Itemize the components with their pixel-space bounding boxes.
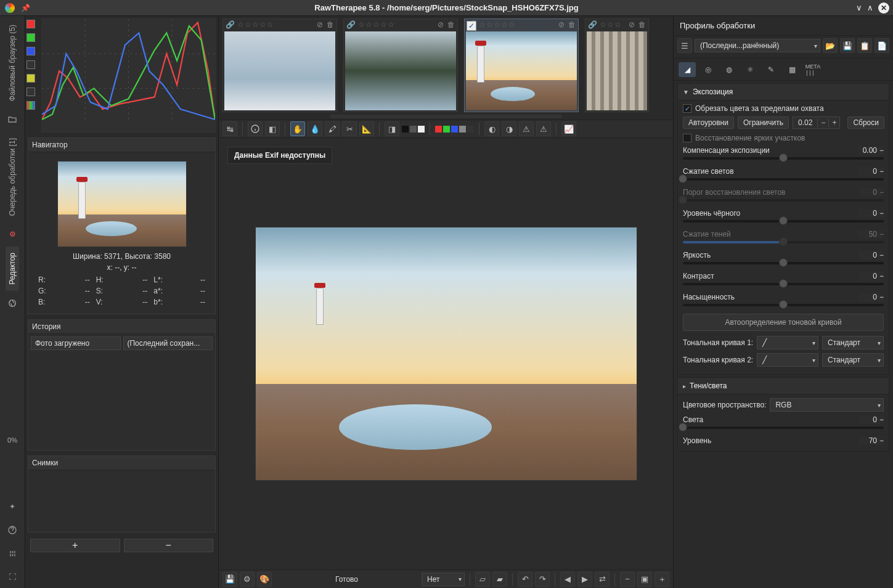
tab-queue[interactable]: Очередь обработки [1] bbox=[6, 132, 19, 222]
bg-black[interactable] bbox=[402, 126, 409, 133]
help-icon[interactable] bbox=[5, 523, 20, 537]
folder-icon[interactable] bbox=[5, 112, 20, 127]
profile-save-icon[interactable]: 💾 bbox=[840, 38, 855, 53]
sh-hl-slider[interactable]: Света0− bbox=[683, 415, 884, 429]
swatch-chroma[interactable] bbox=[27, 74, 35, 83]
preview-bg-icon[interactable]: ◨ bbox=[385, 121, 399, 136]
hl-comp-slider[interactable]: Сжатие светов0− bbox=[683, 167, 884, 181]
trash-icon[interactable]: 🗑 bbox=[327, 20, 334, 29]
tab-raw-icon[interactable]: ▦ bbox=[783, 62, 801, 77]
clip-shadow-icon[interactable]: ◐ bbox=[484, 121, 499, 136]
settings-icon[interactable]: 𝍖 bbox=[5, 546, 20, 561]
saturation-slider[interactable]: Насыщенность0− bbox=[683, 293, 884, 306]
fullscreen-icon[interactable]: ⛶ bbox=[5, 570, 20, 584]
nav-right-icon[interactable]: ▶ bbox=[577, 572, 592, 587]
crop-tool-icon[interactable]: ✂ bbox=[342, 121, 357, 136]
sh-level-slider[interactable]: Уровень70− bbox=[683, 436, 884, 445]
exposure-header[interactable]: ▼Экспозиция bbox=[677, 83, 889, 100]
ch-red[interactable] bbox=[435, 126, 442, 133]
tab-detail-icon[interactable]: ◎ bbox=[699, 62, 717, 77]
exp-comp-slider[interactable]: Компенсация экспозиции0.00− bbox=[683, 146, 884, 160]
profile-combo[interactable]: (Последни...ранённый) bbox=[695, 39, 820, 52]
colorspace-combo[interactable]: RGB bbox=[770, 398, 884, 412]
tab-transform-icon[interactable]: ✎ bbox=[762, 62, 780, 77]
zoom-out-icon[interactable]: − bbox=[620, 572, 635, 587]
stop-icon[interactable]: ⊘ bbox=[558, 20, 565, 29]
pin-icon[interactable]: 📌 bbox=[21, 4, 30, 12]
swatch-raw[interactable] bbox=[27, 88, 35, 96]
tc1-curve-combo[interactable]: ╱ bbox=[757, 336, 818, 349]
zoom-fit-icon[interactable]: ▣ bbox=[637, 572, 652, 587]
navigator-thumbnail[interactable] bbox=[57, 161, 187, 247]
rotate-fg-icon[interactable]: ▰ bbox=[492, 572, 507, 587]
bg-white[interactable] bbox=[418, 126, 425, 133]
swatch-green[interactable] bbox=[27, 33, 35, 42]
picker-icon[interactable]: 💧 bbox=[308, 121, 322, 136]
filmstrip-scrollbar[interactable] bbox=[330, 115, 562, 118]
black-slider[interactable]: Уровень чёрного0− bbox=[683, 209, 884, 223]
thumb-card-4[interactable]: 🔗☆☆☆⊘🗑 bbox=[585, 18, 649, 112]
tab-file-browser[interactable]: Файловый браузер (5) bbox=[6, 18, 19, 107]
maximize-button[interactable]: ∧ bbox=[867, 3, 873, 12]
minimize-button[interactable]: ∨ bbox=[856, 3, 862, 12]
thumb-card-3[interactable]: ✓ 🔗☆☆☆☆☆⊘🗑 bbox=[464, 18, 579, 112]
zoom-in-icon[interactable]: ＋ bbox=[654, 572, 669, 587]
arrow-left-icon[interactable]: ↹ bbox=[222, 121, 237, 136]
swatch-red[interactable] bbox=[27, 20, 35, 28]
stop-icon[interactable]: ⊘ bbox=[317, 20, 323, 29]
queue-add-icon[interactable]: ⚙ bbox=[240, 572, 255, 587]
brightness-slider[interactable]: Яркость0− bbox=[683, 251, 884, 264]
rotate-bg-icon[interactable]: ▱ bbox=[475, 572, 490, 587]
thumb-card-1[interactable]: 🔗☆☆☆☆☆⊘🗑 bbox=[222, 18, 337, 112]
warn-hl-icon[interactable]: ⚠ bbox=[536, 121, 551, 136]
next-image-icon[interactable]: ↷ bbox=[535, 572, 550, 587]
aperture-icon[interactable] bbox=[5, 296, 20, 311]
hl-recovery-checkbox[interactable] bbox=[683, 134, 691, 142]
stop-icon[interactable]: ⊘ bbox=[438, 20, 444, 29]
filter-none-combo[interactable]: Нет bbox=[422, 573, 465, 586]
thumb-card-2[interactable]: 🔗☆☆☆☆☆⊘🗑 bbox=[343, 18, 458, 112]
hand-tool-icon[interactable]: ✋ bbox=[290, 121, 305, 136]
histogram-area[interactable] bbox=[41, 18, 216, 133]
trash-icon[interactable]: 🗑 bbox=[447, 20, 455, 29]
prev-image-icon[interactable]: ↶ bbox=[518, 572, 532, 587]
info-icon[interactable] bbox=[248, 121, 263, 136]
clip-spinner[interactable]: 0.02−+ bbox=[793, 116, 840, 129]
swatch-blue[interactable] bbox=[27, 47, 35, 55]
straighten-icon[interactable]: 📐 bbox=[359, 121, 374, 136]
remove-snapshot-button[interactable]: − bbox=[124, 539, 214, 552]
tab-meta-icon[interactable]: META∣∣∣ bbox=[804, 62, 822, 77]
shadows-hl-header[interactable]: ▸Тени/света bbox=[677, 377, 889, 394]
contrast-slider[interactable]: Контраст0− bbox=[683, 272, 884, 285]
clip-oog-checkbox[interactable] bbox=[683, 104, 691, 113]
tc2-mode-combo[interactable]: Стандарт bbox=[822, 353, 884, 367]
wb-picker-icon[interactable]: 🖍 bbox=[325, 121, 340, 136]
tab-color-icon[interactable]: ◍ bbox=[720, 62, 738, 77]
tc2-curve-combo[interactable]: ╱ bbox=[757, 353, 818, 367]
swatch-bar[interactable] bbox=[27, 101, 35, 110]
tc1-mode-combo[interactable]: Стандарт bbox=[822, 336, 884, 349]
ch-focus[interactable] bbox=[467, 126, 474, 133]
add-snapshot-button[interactable]: + bbox=[30, 539, 120, 552]
profile-open-icon[interactable]: 📂 bbox=[823, 38, 838, 53]
stop-icon[interactable]: ⊘ bbox=[629, 20, 635, 29]
close-button[interactable]: ✕ bbox=[878, 2, 889, 14]
tab-editor[interactable]: Редактор bbox=[6, 247, 19, 291]
ch-green[interactable] bbox=[443, 126, 450, 133]
profile-paste-icon[interactable]: 📄 bbox=[875, 38, 889, 53]
tab-advanced-icon[interactable]: ⚛ bbox=[741, 62, 759, 77]
clip-hl-icon[interactable]: ◑ bbox=[502, 121, 516, 136]
before-after-icon[interactable]: ◧ bbox=[265, 121, 280, 136]
profile-mode-icon[interactable]: ☰ bbox=[677, 38, 692, 53]
save-icon[interactable]: 💾 bbox=[222, 572, 237, 587]
sync-icon[interactable]: ⇄ bbox=[595, 572, 610, 587]
clip-button[interactable]: Ограничить bbox=[738, 116, 789, 129]
trash-icon[interactable]: 🗑 bbox=[638, 20, 646, 29]
gears-icon[interactable]: ⚙ bbox=[5, 227, 20, 242]
trash-icon[interactable]: 🗑 bbox=[568, 20, 576, 29]
preview-area[interactable]: Данные Exif недоступны bbox=[219, 138, 673, 570]
profile-copy-icon[interactable]: 📋 bbox=[857, 38, 872, 53]
nav-left-icon[interactable]: ◀ bbox=[560, 572, 575, 587]
wand-icon[interactable]: ✦ bbox=[5, 499, 20, 514]
history-row[interactable]: Фото загружено (Последний сохран... bbox=[28, 334, 215, 353]
